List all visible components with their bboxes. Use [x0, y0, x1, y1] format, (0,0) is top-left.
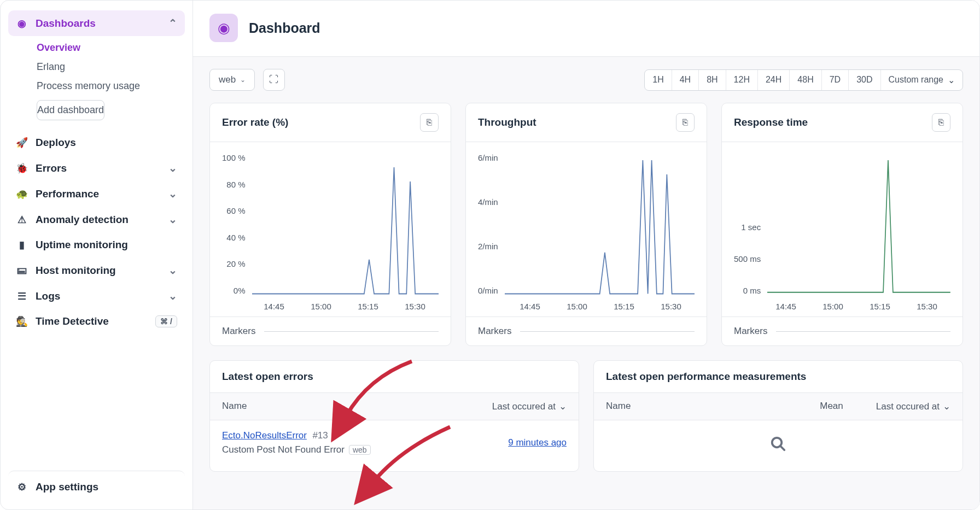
- detective-icon: 🕵: [16, 315, 28, 327]
- time-range-group: 1H 4H 8H 12H 24H 48H 7D 30D Custom range…: [644, 69, 963, 91]
- y-axis: 1 sec500 ms0 ms: [734, 153, 767, 295]
- markers-row[interactable]: Markers: [466, 316, 707, 345]
- sidebar-item-errors[interactable]: 🐞 Errors ⌄: [8, 155, 185, 181]
- sidebar-label: Uptime monitoring: [36, 239, 128, 251]
- uptime-icon: ▮: [16, 239, 28, 251]
- error-tag: web: [349, 445, 371, 455]
- export-button[interactable]: ⎘: [932, 113, 950, 132]
- markers-row[interactable]: Markers: [210, 316, 451, 345]
- col-mean: Mean: [820, 401, 843, 412]
- markers-row[interactable]: Markers: [722, 316, 962, 345]
- filter-label: web: [219, 74, 236, 85]
- panel-columns: Name Mean Last occured at ⌄: [594, 393, 962, 420]
- sidebar-item-dashboards[interactable]: ◉ Dashboards ⌃: [8, 10, 185, 36]
- sidebar-item-deploys[interactable]: 🚀 Deploys: [8, 130, 185, 155]
- chart-card-throughput: Throughput ⎘ 6/min4/min2/min0/min: [465, 103, 707, 346]
- add-dashboard-button[interactable]: Add dashboard: [37, 100, 104, 120]
- chart-title: Error rate (%): [222, 116, 288, 128]
- chevron-down-icon: ⌄: [168, 213, 177, 226]
- range-24h[interactable]: 24H: [758, 70, 790, 90]
- panel-title: Latest open errors: [210, 361, 579, 393]
- col-last-occured[interactable]: Last occured at ⌄: [876, 401, 950, 412]
- fullscreen-icon: ⛶: [269, 74, 278, 85]
- sidebar-label: Host monitoring: [36, 265, 116, 277]
- subnav-process-memory[interactable]: Process memory usage: [37, 77, 185, 96]
- sidebar-label: Performance: [36, 188, 99, 200]
- subnav-overview[interactable]: Overview: [37, 38, 185, 57]
- export-icon: ⎘: [682, 118, 688, 127]
- chevron-down-icon: ⌄: [168, 264, 177, 277]
- sidebar-label: Deploys: [36, 137, 76, 149]
- latest-errors-panel: Latest open errors Name Last occured at …: [209, 360, 579, 472]
- chevron-down-icon: ⌄: [168, 290, 177, 302]
- sidebar-label: Anomaly detection: [36, 214, 129, 226]
- keyboard-shortcut: ⌘ /: [155, 315, 177, 327]
- gear-icon: ⚙: [16, 481, 28, 493]
- chevron-down-icon: ⌄: [948, 75, 955, 85]
- server-icon: 🖴: [16, 265, 28, 276]
- sidebar-item-anomaly[interactable]: ⚠ Anomaly detection ⌄: [8, 207, 185, 232]
- fullscreen-button[interactable]: ⛶: [263, 69, 285, 91]
- sidebar: ◉ Dashboards ⌃ Overview Erlang Process m…: [1, 1, 193, 509]
- filter-dropdown[interactable]: web ⌄: [209, 69, 255, 91]
- range-custom[interactable]: Custom range ⌄: [881, 70, 963, 90]
- chart-plot[interactable]: [505, 153, 695, 295]
- chart-plot[interactable]: [252, 153, 439, 295]
- y-axis: 100 %80 %60 %40 %20 %0%: [222, 153, 252, 295]
- range-48h[interactable]: 48H: [790, 70, 821, 90]
- sidebar-label: Dashboards: [36, 17, 96, 30]
- range-8h[interactable]: 8H: [699, 70, 726, 90]
- dashboards-subnav: Overview Erlang Process memory usage Add…: [8, 38, 185, 120]
- rocket-icon: 🚀: [16, 137, 28, 149]
- export-button[interactable]: ⎘: [420, 113, 439, 132]
- export-button[interactable]: ⎘: [676, 113, 695, 132]
- error-id: #13: [312, 430, 328, 441]
- sidebar-item-uptime[interactable]: ▮ Uptime monitoring: [8, 232, 185, 257]
- range-1h[interactable]: 1H: [645, 70, 672, 90]
- x-axis: 14:4515:0015:1515:30: [222, 295, 439, 311]
- anomaly-icon: ⚠: [16, 214, 28, 226]
- toolbar: web ⌄ ⛶ 1H 4H 8H 12H 24H 48H 7D 30D: [209, 69, 963, 91]
- page-title: Dashboard: [249, 20, 320, 36]
- page-header: ◉ Dashboard: [193, 1, 979, 57]
- chevron-down-icon: ⌄: [559, 401, 567, 412]
- sidebar-item-performance[interactable]: 🐢 Performance ⌄: [8, 181, 185, 207]
- sidebar-label: Time Detective: [36, 315, 109, 327]
- bug-icon: 🐞: [16, 162, 28, 174]
- logs-icon: ☰: [16, 290, 28, 302]
- chevron-down-icon: ⌄: [943, 401, 950, 412]
- sidebar-label: Errors: [36, 162, 67, 174]
- error-description: Custom Post Not Found Error: [222, 444, 345, 455]
- latest-performance-panel: Latest open performance measurements Nam…: [593, 360, 963, 472]
- sidebar-label: App settings: [36, 481, 98, 493]
- sidebar-label: Logs: [36, 290, 60, 302]
- chevron-down-icon: ⌄: [168, 187, 177, 200]
- chart-card-error-rate: Error rate (%) ⎘ 100 %80 %60 %40 %20 %0%: [209, 103, 451, 346]
- export-icon: ⎘: [938, 118, 944, 127]
- subnav-erlang[interactable]: Erlang: [37, 57, 185, 77]
- range-12h[interactable]: 12H: [726, 70, 758, 90]
- x-axis: 14:4515:0015:1515:30: [478, 295, 695, 311]
- dashboard-icon: ◉: [16, 17, 28, 30]
- sidebar-item-app-settings[interactable]: ⚙ App settings: [8, 471, 185, 500]
- error-timestamp-link[interactable]: 9 minutes ago: [508, 437, 567, 448]
- chevron-up-icon: ⌃: [168, 17, 177, 30]
- error-link[interactable]: Ecto.NoResultsError: [222, 430, 307, 441]
- export-icon: ⎘: [427, 118, 432, 127]
- main-content: ◉ Dashboard web ⌄ ⛶ 1H 4H 8H: [193, 1, 979, 509]
- sidebar-item-logs[interactable]: ☰ Logs ⌄: [8, 283, 185, 309]
- col-last-occured[interactable]: Last occured at ⌄: [492, 401, 567, 412]
- range-30d[interactable]: 30D: [849, 70, 880, 90]
- error-row[interactable]: Ecto.NoResultsError #13 Custom Post Not …: [210, 420, 579, 465]
- sidebar-item-host[interactable]: 🖴 Host monitoring ⌄: [8, 257, 185, 283]
- col-name: Name: [606, 401, 820, 412]
- x-axis: 14:4515:0015:1515:30: [734, 295, 950, 311]
- svg-line-1: [780, 446, 785, 450]
- range-4h[interactable]: 4H: [672, 70, 699, 90]
- dashboard-header-icon: ◉: [209, 14, 238, 42]
- chart-plot[interactable]: [767, 153, 950, 295]
- y-axis: 6/min4/min2/min0/min: [478, 153, 505, 295]
- performance-icon: 🐢: [16, 188, 28, 200]
- sidebar-item-time-detective[interactable]: 🕵 Time Detective ⌘ /: [8, 309, 185, 334]
- range-7d[interactable]: 7D: [822, 70, 849, 90]
